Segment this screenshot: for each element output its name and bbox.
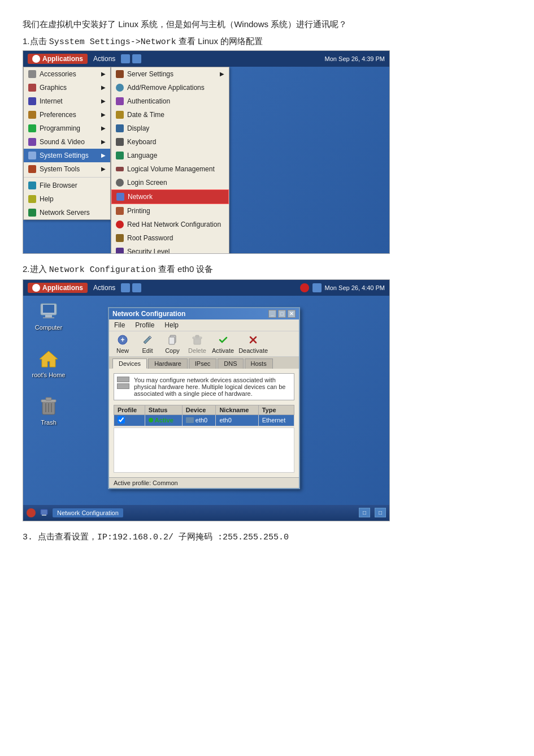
toolbar-new[interactable]: + New	[112, 334, 133, 354]
toolbar-deactivate[interactable]: Deactivate	[238, 334, 268, 354]
menu-preferences[interactable]: Preferences ▶	[24, 108, 110, 122]
tab-devices[interactable]: Devices	[112, 358, 147, 369]
login-screen-icon	[116, 179, 124, 187]
svg-rect-17	[196, 335, 199, 338]
menu-network-servers[interactable]: Network Servers	[24, 206, 110, 219]
step1-label: 1.点击 Sysstem Settings->Network 查看 Linux …	[23, 36, 511, 47]
window-title: Network Configuration	[112, 310, 185, 318]
taskbar2-shortcut-1[interactable]	[121, 283, 130, 292]
col-nickname: Nickname	[216, 405, 258, 414]
close-button[interactable]: ✕	[288, 310, 296, 318]
applications-menu-button[interactable]: Applications	[28, 54, 88, 64]
taskbar-shortcut-2[interactable]	[132, 54, 141, 63]
submenu-root-password[interactable]: Root Password	[111, 231, 229, 245]
submenu-language[interactable]: Language	[111, 149, 229, 162]
taskbar-window-btn-2[interactable]: □	[375, 508, 386, 517]
security-icon	[116, 248, 124, 254]
desktop-icon-computer[interactable]: Computer	[29, 301, 68, 331]
submenu-authentication[interactable]: Authentication	[111, 94, 229, 108]
toolbar-edit[interactable]: Edit	[137, 334, 158, 354]
graphics-icon	[28, 84, 36, 92]
redhat-network-icon	[116, 221, 124, 228]
toolbar-activate[interactable]: Activate	[212, 334, 234, 354]
menu-system-tools[interactable]: System Tools ▶	[24, 162, 110, 176]
deactivate-icon	[247, 334, 259, 346]
submenu-login-screen[interactable]: Login Screen	[111, 176, 229, 189]
menu-sound-video[interactable]: Sound & Video ▶	[24, 135, 110, 149]
taskbar-top-left: Applications Actions	[28, 54, 141, 64]
screenshot-1: Applications Actions Mon Sep 26, 4:39 PM…	[23, 50, 390, 254]
submenu-printing[interactable]: Printing	[111, 204, 229, 218]
window-controls: _ □ ✕	[268, 310, 296, 318]
taskbar-right: Mon Sep 26, 4:39 PM	[325, 55, 385, 62]
menu-system-settings[interactable]: System Settings ▶	[24, 149, 110, 162]
trash-icon	[38, 396, 59, 417]
tab-hosts[interactable]: Hosts	[245, 358, 273, 369]
submenu-keyboard[interactable]: Keyboard	[111, 135, 229, 149]
submenu-redhat-network[interactable]: Red Hat Network Configuration	[111, 218, 229, 231]
taskbar-shortcut-1[interactable]	[121, 54, 130, 63]
actions-button[interactable]: Actions	[90, 54, 119, 64]
system-settings-submenu: Server Settings ▶ Add/Remove Application…	[111, 67, 229, 254]
window-toolbar: + New Edit Copy	[109, 331, 299, 357]
svg-marker-4	[40, 351, 58, 367]
tab-dns[interactable]: DNS	[218, 358, 243, 369]
toolbar-copy[interactable]: Copy	[162, 334, 183, 354]
device-description-text: You may configure network devices associ…	[134, 377, 291, 397]
minimize-button[interactable]: _	[268, 310, 276, 318]
taskbar2-shortcut-2[interactable]	[132, 283, 141, 292]
device-description: You may configure network devices associ…	[114, 373, 294, 400]
tab-ipsec[interactable]: IPsec	[189, 358, 217, 369]
network-status-icon	[312, 283, 322, 292]
desktop-icon-trash[interactable]: Trash	[29, 396, 68, 426]
menu-help[interactable]: Help	[24, 192, 110, 206]
maximize-button[interactable]: □	[278, 310, 286, 318]
taskbar-netconf-label[interactable]: Network Configuration	[53, 508, 123, 517]
cell-type: Ethernet	[258, 414, 294, 426]
window-titlebar: Network Configuration _ □ ✕	[109, 308, 299, 319]
submenu-date-time[interactable]: Date & Time	[111, 108, 229, 122]
profile-checkbox[interactable]	[118, 416, 125, 424]
cell-profile-check	[114, 414, 145, 426]
applications-label: Applications	[42, 55, 83, 63]
preferences-icon	[28, 111, 36, 119]
clock: Mon Sep 26, 4:39 PM	[325, 55, 385, 62]
active-dot	[149, 418, 153, 422]
display-icon	[116, 124, 124, 132]
menu-profile[interactable]: Profile	[133, 321, 156, 330]
svg-rect-15	[194, 338, 201, 344]
taskbar2-left: Applications Actions	[28, 283, 141, 293]
menu-help-win[interactable]: Help	[163, 321, 180, 330]
window-tabs: Devices Hardware IPsec DNS Hosts	[109, 357, 299, 369]
tab-hardware[interactable]: Hardware	[148, 358, 188, 369]
svg-rect-3	[43, 317, 54, 318]
table-row[interactable]: Active eth0 eth0 Ethernet	[114, 414, 294, 426]
submenu-add-remove[interactable]: Add/Remove Applications	[111, 81, 229, 94]
keyboard-icon	[116, 138, 124, 146]
desktop-icon-home[interactable]: root's Home	[29, 349, 68, 378]
screenshot-2: Applications Actions Mon Sep 26, 4:40 PM	[23, 279, 390, 521]
menu-graphics[interactable]: Graphics ▶	[24, 81, 110, 94]
menu-file-browser[interactable]: File Browser	[24, 179, 110, 192]
device-desc-icon-top	[117, 377, 129, 382]
submenu-network[interactable]: Network	[111, 189, 229, 204]
menu-programming[interactable]: Programming ▶	[24, 122, 110, 135]
submenu-lvm[interactable]: Logical Volume Management	[111, 162, 229, 176]
devices-table: Profile Status Device Nickname Type	[114, 405, 294, 426]
taskbar-window-btn-1[interactable]: □	[359, 508, 370, 517]
actions-button-2[interactable]: Actions	[90, 283, 119, 293]
menu-file[interactable]: File	[112, 321, 127, 330]
network-servers-icon	[28, 209, 36, 217]
lvm-icon	[116, 167, 124, 171]
language-icon	[116, 152, 124, 159]
applications-label-2: Applications	[42, 284, 83, 292]
programming-icon	[28, 124, 36, 132]
menu-internet[interactable]: Internet ▶	[24, 94, 110, 108]
submenu-security[interactable]: Security Level	[111, 245, 229, 254]
toolbar-delete[interactable]: Delete	[187, 334, 207, 354]
menu-accessories[interactable]: Accessories ▶	[24, 67, 110, 81]
applications-menu-button-2[interactable]: Applications	[28, 283, 88, 293]
desktop-2: Computer root's Home	[23, 296, 389, 505]
submenu-server-settings[interactable]: Server Settings ▶	[111, 67, 229, 81]
submenu-display[interactable]: Display	[111, 122, 229, 135]
